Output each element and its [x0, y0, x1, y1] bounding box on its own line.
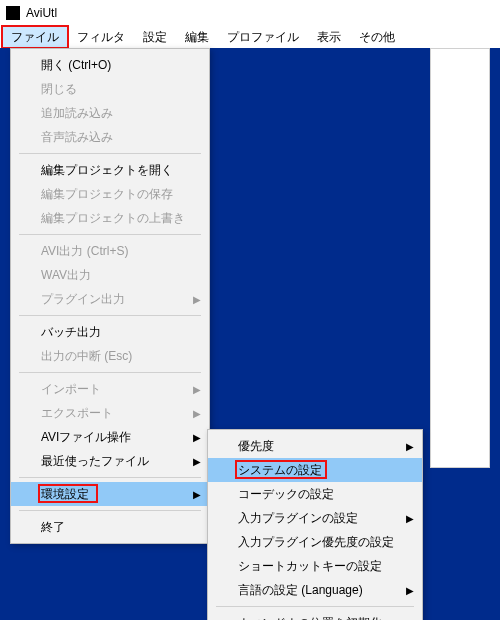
menuitem-plugin-output[interactable]: プラグイン出力▶: [11, 287, 209, 311]
menuitem-avi-file-ops[interactable]: AVIファイル操作▶: [11, 425, 209, 449]
menuitem-open[interactable]: 開く (Ctrl+O): [11, 53, 209, 77]
submenu-reset-window-pos[interactable]: ウィンドウの位置を初期化: [208, 611, 422, 620]
chevron-right-icon: ▶: [406, 585, 414, 596]
menu-settings[interactable]: 設定: [134, 26, 176, 48]
menu-filter[interactable]: フィルタ: [68, 26, 134, 48]
menuitem-save-project[interactable]: 編集プロジェクトの保存: [11, 182, 209, 206]
menubar: ファイル フィルタ 設定 編集 プロファイル 表示 その他: [0, 26, 500, 48]
menuitem-import[interactable]: インポート▶: [11, 377, 209, 401]
chevron-right-icon: ▶: [193, 384, 201, 395]
menuitem-avi-output[interactable]: AVI出力 (Ctrl+S): [11, 239, 209, 263]
file-dropdown: 開く (Ctrl+O) 閉じる 追加読み込み 音声読み込み 編集プロジェクトを開…: [10, 48, 210, 544]
menu-profile[interactable]: プロファイル: [218, 26, 308, 48]
menu-view[interactable]: 表示: [308, 26, 350, 48]
chevron-right-icon: ▶: [193, 489, 201, 500]
app-icon: [6, 6, 20, 20]
menuitem-abort-output[interactable]: 出力の中断 (Esc): [11, 344, 209, 368]
separator: [19, 477, 201, 478]
submenu-codec-settings[interactable]: コーデックの設定: [208, 482, 422, 506]
menuitem-wav-output[interactable]: WAV出力: [11, 263, 209, 287]
submenu-input-plugin-priority[interactable]: 入力プラグイン優先度の設定: [208, 530, 422, 554]
submenu-input-plugin-settings[interactable]: 入力プラグインの設定▶: [208, 506, 422, 530]
content-panel: [430, 48, 490, 468]
separator: [19, 315, 201, 316]
menuitem-close[interactable]: 閉じる: [11, 77, 209, 101]
separator: [19, 510, 201, 511]
chevron-right-icon: ▶: [406, 513, 414, 524]
separator: [19, 372, 201, 373]
titlebar: AviUtl: [0, 0, 500, 26]
chevron-right-icon: ▶: [193, 294, 201, 305]
separator: [216, 606, 414, 607]
submenu-shortcut-settings[interactable]: ショートカットキーの設定: [208, 554, 422, 578]
submenu-language-settings[interactable]: 言語の設定 (Language)▶: [208, 578, 422, 602]
env-submenu: 優先度▶ システムの設定 コーデックの設定 入力プラグインの設定▶ 入力プラグイ…: [207, 429, 423, 620]
separator: [19, 234, 201, 235]
chevron-right-icon: ▶: [193, 408, 201, 419]
menuitem-exit[interactable]: 終了: [11, 515, 209, 539]
menuitem-recent-files[interactable]: 最近使ったファイル▶: [11, 449, 209, 473]
menu-other[interactable]: その他: [350, 26, 404, 48]
menuitem-batch-output[interactable]: バッチ出力: [11, 320, 209, 344]
menu-edit[interactable]: 編集: [176, 26, 218, 48]
submenu-system-settings[interactable]: システムの設定: [208, 458, 422, 482]
menuitem-export[interactable]: エクスポート▶: [11, 401, 209, 425]
submenu-priority[interactable]: 優先度▶: [208, 434, 422, 458]
menuitem-append-load[interactable]: 追加読み込み: [11, 101, 209, 125]
menuitem-audio-load[interactable]: 音声読み込み: [11, 125, 209, 149]
menuitem-open-project[interactable]: 編集プロジェクトを開く: [11, 158, 209, 182]
app-window: AviUtl ファイル フィルタ 設定 編集 プロファイル 表示 その他 開く …: [0, 0, 500, 620]
menuitem-env-settings[interactable]: 環境設定 ▶: [11, 482, 209, 506]
separator: [19, 153, 201, 154]
chevron-right-icon: ▶: [193, 456, 201, 467]
chevron-right-icon: ▶: [193, 432, 201, 443]
menu-file[interactable]: ファイル: [2, 26, 68, 48]
chevron-right-icon: ▶: [406, 441, 414, 452]
menuitem-overwrite-project[interactable]: 編集プロジェクトの上書き: [11, 206, 209, 230]
window-title: AviUtl: [26, 6, 57, 20]
